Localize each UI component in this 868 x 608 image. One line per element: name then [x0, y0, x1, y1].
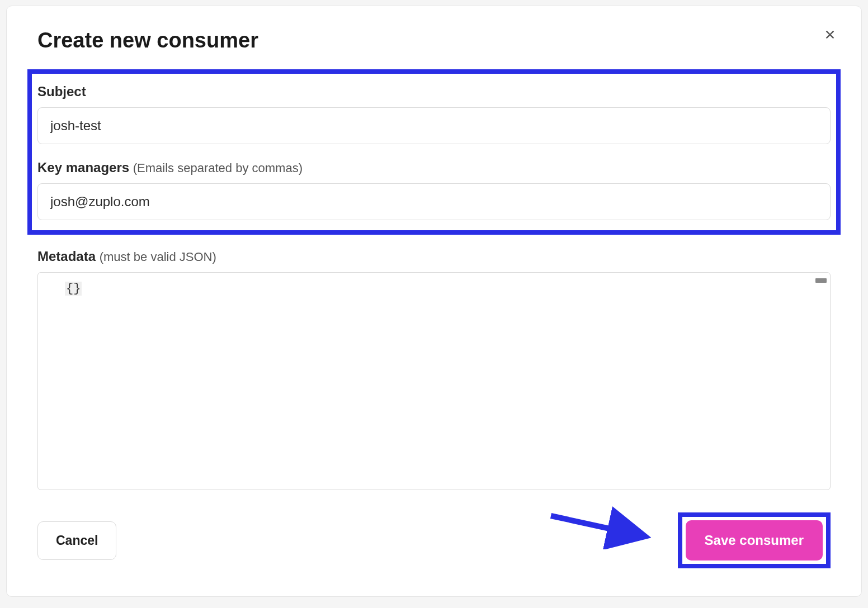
close-button[interactable]: [821, 26, 839, 45]
key-managers-label-text: Key managers: [37, 160, 129, 175]
key-managers-input[interactable]: [37, 183, 831, 220]
metadata-value: {}: [65, 282, 82, 296]
metadata-hint: (must be valid JSON): [100, 250, 216, 264]
close-icon: [824, 28, 836, 41]
key-managers-hint: (Emails separated by commas): [133, 161, 303, 175]
subject-label: Subject: [37, 84, 831, 99]
arrow-icon: [545, 505, 657, 549]
highlighted-input-section: Subject Key managers (Emails separated b…: [27, 69, 841, 235]
key-managers-group: Key managers (Emails separated by commas…: [37, 160, 831, 220]
save-consumer-button[interactable]: Save consumer: [686, 520, 823, 560]
save-button-highlight: Save consumer: [678, 512, 831, 568]
subject-input[interactable]: [37, 107, 831, 144]
modal-footer: Cancel Save consumer: [37, 512, 831, 568]
editor-gutter: [38, 273, 62, 490]
arrow-annotation: [545, 505, 657, 552]
create-consumer-modal: Create new consumer Subject Key managers…: [6, 6, 862, 597]
subject-group: Subject: [37, 84, 831, 144]
modal-title: Create new consumer: [37, 28, 831, 53]
svg-line-1: [551, 516, 640, 535]
metadata-label-text: Metadata: [37, 249, 96, 264]
scrollbar-indicator: [815, 278, 827, 283]
key-managers-label: Key managers (Emails separated by commas…: [37, 160, 831, 175]
cancel-button[interactable]: Cancel: [37, 521, 116, 560]
metadata-label: Metadata (must be valid JSON): [37, 249, 831, 264]
metadata-editor[interactable]: {}: [37, 272, 831, 490]
metadata-group: Metadata (must be valid JSON) {}: [37, 249, 831, 490]
